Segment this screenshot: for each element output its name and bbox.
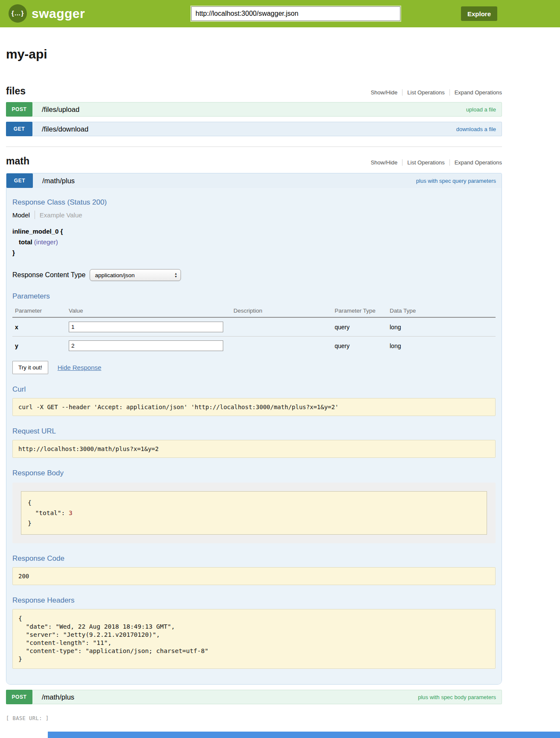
- parameter-type: query: [335, 337, 390, 355]
- response-body-heading: Response Body: [12, 469, 496, 477]
- post-method-badge: POST: [6, 690, 32, 704]
- response-body-json: { "total": 3 }: [21, 491, 487, 535]
- show-hide-link[interactable]: Show/Hide: [366, 159, 402, 166]
- operation-row-post-math-plus[interactable]: POST /math/plus plus with spec body para…: [6, 690, 502, 704]
- response-body-container: { "total": 3 }: [12, 483, 496, 543]
- model-property-name: total: [19, 238, 32, 246]
- operation-row-post-files-upload[interactable]: POST /files/upload upload a file: [6, 102, 502, 117]
- curl-heading: Curl: [12, 385, 496, 394]
- list-operations-link[interactable]: List Operations: [402, 89, 449, 96]
- parameter-data-type: long: [390, 337, 496, 355]
- section-divider: [6, 146, 502, 147]
- response-class-heading: Response Class (Status 200): [12, 198, 496, 207]
- bottom-blue-bar: [48, 732, 560, 738]
- spec-url-input[interactable]: [191, 6, 400, 21]
- tab-separator: [35, 211, 35, 219]
- resource-title-files: files: [6, 85, 26, 97]
- post-method-badge: POST: [6, 102, 32, 117]
- parameter-name: y: [12, 337, 69, 355]
- caret-up-icon: ▲: [174, 272, 177, 275]
- parameter-x-input[interactable]: [69, 322, 223, 332]
- parameter-type: query: [335, 317, 390, 337]
- swagger-logo-text: swagger: [32, 6, 85, 21]
- parameter-data-type: long: [390, 317, 496, 337]
- parameters-table: Parameter Value Description Parameter Ty…: [12, 305, 496, 355]
- response-content-type-label: Response Content Type: [12, 271, 85, 279]
- get-method-badge: GET: [6, 173, 33, 188]
- selected-content-type: application/json: [95, 272, 134, 278]
- files-resource-controls: Show/Hide List Operations Expand Operati…: [366, 89, 502, 96]
- list-operations-link[interactable]: List Operations: [402, 159, 449, 166]
- json-line-total: "total": 3: [28, 508, 480, 518]
- json-key: "total":: [28, 510, 69, 516]
- base-url-label: [ BASE URL: ]: [6, 715, 502, 721]
- parameters-header-row: Parameter Value Description Parameter Ty…: [12, 305, 496, 317]
- json-line-open: {: [28, 498, 480, 508]
- try-it-out-button[interactable]: Try it out!: [12, 361, 48, 374]
- response-code-heading: Response Code: [12, 554, 496, 563]
- curl-command: curl -X GET --header 'Accept: applicatio…: [12, 398, 496, 416]
- math-section-header: math Show/Hide List Operations Expand Op…: [6, 155, 502, 167]
- operation-path[interactable]: /math/plus: [42, 693, 74, 701]
- hide-response-link[interactable]: Hide Response: [58, 364, 102, 371]
- operation-row-get-math-plus[interactable]: GET /math/plus plus with spec query para…: [6, 173, 502, 188]
- operation-path[interactable]: /files/upload: [42, 105, 79, 114]
- response-code-value: 200: [12, 567, 496, 585]
- json-line-close: }: [28, 518, 480, 528]
- tab-model[interactable]: Model: [12, 211, 30, 219]
- page-title: my-api: [6, 47, 502, 62]
- header-bar: {…} swagger Explore: [0, 0, 560, 27]
- operation-panel-get-math-plus: GET /math/plus plus with spec query para…: [6, 173, 502, 685]
- parameter-description: [233, 337, 335, 355]
- operation-path[interactable]: /math/plus: [42, 177, 75, 185]
- try-it-out-row: Try it out! Hide Response: [12, 361, 496, 374]
- parameter-row-y: y query long: [12, 337, 496, 355]
- json-number-value: 3: [69, 510, 73, 516]
- get-method-badge: GET: [6, 122, 32, 136]
- chevron-up-down-icon: ▲ ▼: [174, 272, 177, 278]
- files-section: files Show/Hide List Operations Expand O…: [6, 85, 502, 136]
- files-section-header: files Show/Hide List Operations Expand O…: [6, 85, 502, 97]
- request-url-heading: Request URL: [12, 427, 496, 436]
- parameter-description: [233, 317, 335, 337]
- show-hide-link[interactable]: Show/Hide: [366, 89, 402, 96]
- response-content-type-row: Response Content Type application/json ▲…: [12, 269, 496, 281]
- operation-path[interactable]: /files/download: [42, 125, 88, 133]
- model-property-type: (integer): [34, 238, 58, 246]
- response-headers-value: { "date": "Wed, 22 Aug 2018 18:49:13 GMT…: [12, 609, 496, 669]
- parameters-heading: Parameters: [12, 292, 496, 301]
- response-headers-heading: Response Headers: [12, 596, 496, 605]
- expand-operations-link[interactable]: Expand Operations: [449, 159, 502, 166]
- operation-content: Response Class (Status 200) Model Exampl…: [6, 188, 502, 684]
- swagger-brace-icon: {…}: [9, 4, 27, 23]
- model-open-line: inline_model_0 {: [12, 226, 496, 237]
- caret-down-icon: ▼: [174, 275, 177, 278]
- operation-row-get-files-download[interactable]: GET /files/download downloads a file: [6, 122, 502, 136]
- request-url-value: http://localhost:3000/math/plus?x=1&y=2: [12, 440, 496, 458]
- column-parameter: Parameter: [12, 305, 69, 317]
- parameter-row-x: x query long: [12, 317, 496, 337]
- response-content-type-select[interactable]: application/json ▲ ▼: [90, 269, 181, 281]
- operation-summary[interactable]: plus with spec body parameters: [418, 694, 496, 700]
- math-resource-controls: Show/Hide List Operations Expand Operati…: [366, 159, 502, 166]
- operation-summary[interactable]: downloads a file: [456, 126, 496, 132]
- column-description: Description: [233, 305, 335, 317]
- column-parameter-type: Parameter Type: [335, 305, 390, 317]
- operation-summary[interactable]: plus with spec query parameters: [416, 178, 496, 184]
- expand-operations-link[interactable]: Expand Operations: [449, 89, 502, 96]
- parameter-y-input[interactable]: [69, 340, 223, 351]
- swagger-logo[interactable]: {…} swagger: [9, 4, 85, 23]
- operation-summary[interactable]: upload a file: [466, 106, 496, 113]
- model-property: total (integer): [19, 237, 496, 247]
- explore-button[interactable]: Explore: [461, 6, 497, 21]
- response-class-tabs: Model Example Value: [12, 211, 496, 219]
- column-value: Value: [69, 305, 233, 317]
- resource-title-math: math: [6, 155, 29, 167]
- model-close-line: }: [12, 247, 496, 258]
- column-data-type: Data Type: [390, 305, 496, 317]
- tab-example-value[interactable]: Example Value: [40, 211, 82, 219]
- math-section: math Show/Hide List Operations Expand Op…: [6, 155, 502, 704]
- model-definition: inline_model_0 { total (integer) }: [12, 226, 496, 258]
- parameter-name: x: [12, 317, 69, 337]
- main-content: my-api files Show/Hide List Operations E…: [6, 47, 502, 721]
